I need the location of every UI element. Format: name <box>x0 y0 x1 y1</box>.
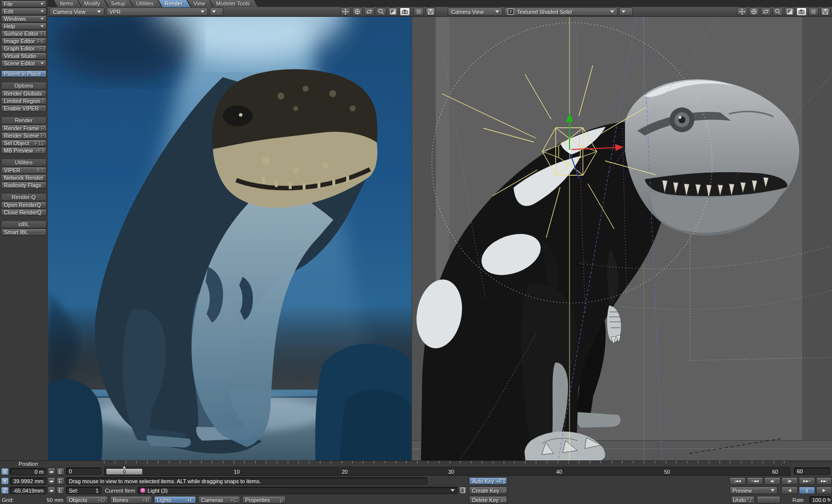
selection-count-field[interactable]: Sel:1 <box>66 487 102 494</box>
render-mode-dropdown[interactable]: TTextured Shaded Solid <box>504 7 618 16</box>
view-type-dropdown[interactable]: Camera View <box>448 7 503 16</box>
render-scene-button[interactable]: Render SceneF10 <box>1 132 47 139</box>
viewport-right: Camera View TTextured Shaded Solid <box>412 7 832 460</box>
close-renderq-button[interactable]: Close RenderQ <box>1 209 47 216</box>
radiosity-flags-button[interactable]: Radiosity Flags <box>1 182 47 189</box>
surface-editor-button[interactable]: Surface EditorF5 <box>1 30 47 37</box>
mb-preview-button[interactable]: MB Preview+F9 <box>1 147 47 154</box>
chevron-down-icon <box>610 10 614 13</box>
rate-value-field[interactable]: 100.0 % <box>809 496 831 504</box>
pane-icon[interactable] <box>784 7 795 16</box>
current-frame-field[interactable]: 0 <box>66 467 102 475</box>
graph-editor-button[interactable]: Graph Editor^F2 <box>1 45 47 52</box>
viper-button[interactable]: VIPERF7 <box>1 167 47 174</box>
tab-utilities[interactable]: Utilities <box>130 0 161 7</box>
prev-key-button[interactable]: +◀◀ <box>747 477 763 485</box>
viewport-options-dropdown[interactable] <box>209 7 223 16</box>
save-icon[interactable] <box>425 7 436 16</box>
play-reverse-button[interactable]: ◀ <box>781 487 798 494</box>
timeline-slider-handle[interactable]: 0 <box>106 468 143 475</box>
scene-editor-button[interactable]: Scene Editor <box>1 60 47 67</box>
vpr-underwater-scene[interactable] <box>48 17 412 461</box>
cameras-mode-button[interactable]: Cameras+C <box>198 496 240 504</box>
list-icon[interactable] <box>414 7 424 16</box>
auto-key-button[interactable]: Auto Key+F1 <box>469 477 507 485</box>
zoom-icon[interactable] <box>773 7 783 16</box>
tab-modify[interactable]: Modify <box>78 0 108 7</box>
delete-key-button[interactable]: Delete Keydel <box>469 496 507 504</box>
bones-mode-button[interactable]: Bones+B <box>110 496 152 504</box>
item-properties-icon[interactable] <box>459 487 467 494</box>
x-envelope-button[interactable]: E <box>56 468 64 475</box>
play-button[interactable]: ▶ <box>816 487 832 494</box>
end-frame-field[interactable]: 60 <box>794 467 830 475</box>
enable-viper-button[interactable]: Enable VIPER <box>1 105 47 112</box>
texture-mode-icon: T <box>508 8 514 15</box>
camera-icon[interactable] <box>796 7 807 16</box>
menu-edit[interactable]: Edit <box>1 8 47 15</box>
lights-mode-button[interactable]: Lights+L <box>154 496 196 504</box>
image-editor-button[interactable]: Image EditorF6 <box>1 38 47 45</box>
orbit-icon[interactable] <box>364 7 374 16</box>
y-envelope-button[interactable]: E <box>56 477 64 485</box>
viewport-options-dropdown[interactable] <box>619 7 633 16</box>
opengl-scene[interactable] <box>412 17 832 461</box>
zoom-icon[interactable] <box>376 7 386 16</box>
y-stepper[interactable]: ◀▶ <box>48 477 55 485</box>
menu-file[interactable]: File <box>1 0 47 7</box>
preview-dropdown[interactable]: Preview <box>729 487 778 494</box>
virtual-studio-button[interactable]: Virtual Studio <box>1 52 47 59</box>
go-last-frame-button[interactable]: ▶▶| <box>816 477 832 485</box>
undo-button[interactable]: Undo^Z <box>731 496 755 504</box>
y-axis-toggle[interactable]: Y <box>1 477 9 485</box>
tab-modeler-tools[interactable]: Modeler Tools <box>210 0 258 7</box>
render-globals-button[interactable]: Render Globals <box>1 90 47 97</box>
menu-help[interactable]: Help <box>1 23 47 30</box>
go-first-frame-button[interactable]: |◀◀ <box>729 477 746 485</box>
camera-icon[interactable] <box>400 7 410 16</box>
tick-label: 10 <box>234 469 240 475</box>
move-icon[interactable] <box>737 7 747 16</box>
step-forward-button[interactable]: ||▶ <box>781 477 798 485</box>
menu-windows[interactable]: Windows <box>1 15 47 22</box>
properties-button[interactable]: Propertiesp <box>242 496 286 504</box>
z-stepper[interactable]: ◀▶ <box>48 487 55 494</box>
x-stepper[interactable]: ◀▶ <box>48 468 55 475</box>
parent-in-place-button[interactable]: Parent in Place <box>1 70 47 77</box>
tab-view[interactable]: View <box>188 0 213 7</box>
move-icon[interactable] <box>340 7 351 16</box>
step-back-button[interactable]: ◀|| <box>764 477 780 485</box>
render-mode-dropdown[interactable]: VPR <box>106 7 208 16</box>
timeline-track[interactable]: 0 10 20 30 40 50 60 <box>104 467 790 476</box>
smart-ibl-button[interactable]: Smart IBL <box>1 229 47 236</box>
current-item-dropdown[interactable]: Light (3) <box>138 487 458 494</box>
timeline-ruler[interactable] <box>104 461 790 467</box>
x-value-field[interactable]: 0 m <box>10 468 47 475</box>
viewport-left-header: Camera View VPR <box>48 7 412 17</box>
render-frame-button[interactable]: Render FrameF9 <box>1 125 47 132</box>
view-type-dropdown[interactable]: Camera View <box>50 7 104 16</box>
network-render-button[interactable]: Network Render <box>1 174 47 181</box>
z-axis-toggle[interactable]: Z <box>1 487 9 494</box>
next-key-button[interactable]: ▶▶+ <box>799 477 815 485</box>
rotate-icon[interactable] <box>352 7 363 16</box>
sel-object-button[interactable]: Sel ObjectF11 <box>1 140 47 147</box>
rotate-icon[interactable] <box>749 7 759 16</box>
pane-icon[interactable] <box>388 7 398 16</box>
tab-setup[interactable]: Setup <box>105 0 133 7</box>
create-key-button[interactable]: Create Keyret <box>469 487 507 494</box>
redo-button[interactable]: Redo <box>757 496 780 504</box>
z-value-field[interactable]: -65.0419mm <box>10 487 47 494</box>
objects-mode-button[interactable]: Objects+O <box>66 496 108 504</box>
open-renderq-button[interactable]: Open RenderQ <box>1 202 47 208</box>
list-icon[interactable] <box>808 7 819 16</box>
tab-render[interactable]: Render <box>159 0 191 7</box>
save-icon[interactable] <box>820 7 831 16</box>
orbit-icon[interactable] <box>761 7 771 16</box>
z-envelope-button[interactable]: E <box>56 487 64 494</box>
y-value-field[interactable]: 39.9992 mm <box>10 477 47 485</box>
x-axis-toggle[interactable]: X <box>1 468 9 475</box>
limited-region-button[interactable]: Limited Regionl <box>1 98 47 104</box>
tab-items[interactable]: Items <box>54 0 81 7</box>
pause-button[interactable]: || <box>799 487 815 494</box>
